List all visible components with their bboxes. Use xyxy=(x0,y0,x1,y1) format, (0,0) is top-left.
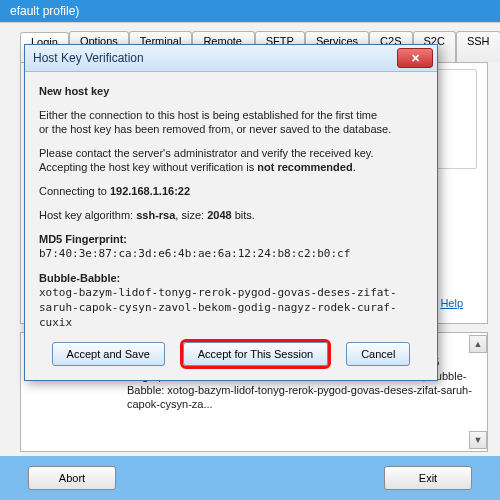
scroll-up-icon[interactable]: ▲ xyxy=(469,335,487,353)
accept-save-button[interactable]: Accept and Save xyxy=(52,342,165,366)
connecting-pre: Connecting to xyxy=(39,185,110,197)
abort-button[interactable]: Abort xyxy=(28,466,116,490)
scroll-down-icon[interactable]: ▼ xyxy=(469,431,487,449)
size: 2048 xyxy=(207,209,231,221)
host-key-dialog: Host Key Verification ✕ New host key Eit… xyxy=(24,44,438,381)
footer-bar: Abort Exit xyxy=(0,456,500,500)
connecting-ip: 192.168.1.16:22 xyxy=(110,185,190,197)
md5-label: MD5 Fingerprint: xyxy=(39,233,127,245)
dialog-p1b: or the host key has been removed from, o… xyxy=(39,123,391,135)
dialog-p1a: Either the connection to this host is be… xyxy=(39,109,377,121)
log-scrollbar[interactable]: ▲ ▼ xyxy=(469,335,485,449)
dialog-p2b-bold: not recommended xyxy=(257,161,352,173)
window-title: efault profile) xyxy=(0,0,500,22)
cancel-button[interactable]: Cancel xyxy=(346,342,410,366)
dialog-heading: New host key xyxy=(39,85,109,97)
dialog-p2a: Please contact the server's administrato… xyxy=(39,147,374,159)
size-pre: , size: xyxy=(175,209,207,221)
dialog-body: New host key Either the connection to th… xyxy=(25,72,437,380)
help-link[interactable]: Help xyxy=(440,297,463,309)
dialog-titlebar[interactable]: Host Key Verification ✕ xyxy=(25,45,437,72)
dialog-p2b-post: . xyxy=(353,161,356,173)
dialog-p2b-pre: Accepting the host key without verificat… xyxy=(39,161,257,173)
algo-pre: Host key algorithm: xyxy=(39,209,136,221)
bb-value: xotog-bazym-lidof-tonyg-rerok-pygod-gova… xyxy=(39,286,397,329)
exit-button[interactable]: Exit xyxy=(384,466,472,490)
dialog-title: Host Key Verification xyxy=(29,51,144,65)
size-post: bits. xyxy=(232,209,255,221)
bb-label: Bubble-Babble: xyxy=(39,272,120,284)
algo: ssh-rsa xyxy=(136,209,175,221)
close-icon[interactable]: ✕ xyxy=(397,48,433,68)
accept-session-button[interactable]: Accept for This Session xyxy=(183,342,328,366)
md5-value: b7:40:3e:87:ca:3d:e6:4b:ae:6a:12:24:b8:c… xyxy=(39,247,350,260)
tab-ssh[interactable]: SSH xyxy=(456,31,500,62)
